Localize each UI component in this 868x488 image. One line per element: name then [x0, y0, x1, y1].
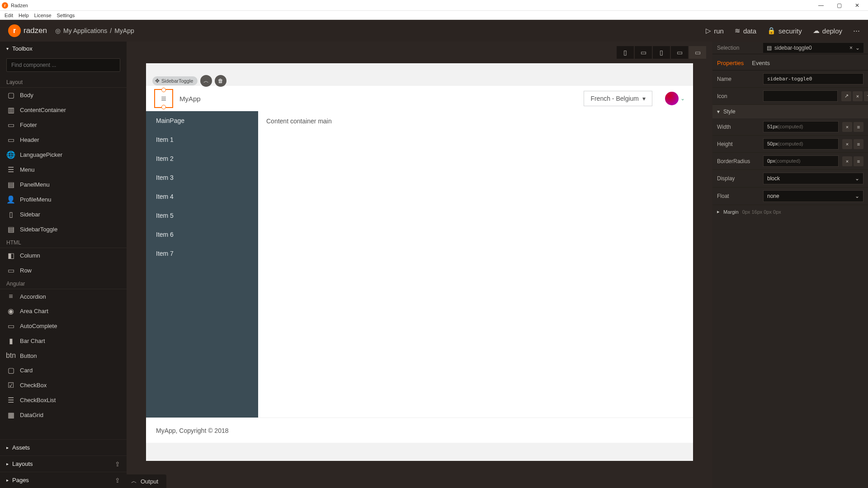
- hamburger-icon: ≡: [161, 94, 166, 104]
- window-maximize-button[interactable]: ▢: [830, 0, 848, 10]
- nav-item[interactable]: Item 5: [146, 206, 258, 225]
- prop-float-select[interactable]: none⌄: [763, 190, 863, 202]
- nav-item[interactable]: Item 6: [146, 225, 258, 244]
- window-minimize-button[interactable]: ―: [812, 0, 830, 10]
- prop-width-input[interactable]: 51px(computed): [763, 121, 839, 132]
- export-icon[interactable]: ⇪: [115, 477, 120, 484]
- tool-item-card[interactable]: ▢Card: [0, 363, 127, 378]
- more-button[interactable]: ⋯: [853, 27, 860, 35]
- nav-item[interactable]: Item 1: [146, 130, 258, 149]
- clear-icon-button[interactable]: ×: [853, 91, 863, 101]
- data-button[interactable]: ≋data: [735, 27, 756, 35]
- breadcrumb-root[interactable]: My Applications: [63, 27, 107, 34]
- search-input[interactable]: [6, 58, 120, 72]
- pages-section[interactable]: ▸Pages⇪: [0, 472, 127, 488]
- sidebar-toggle-component[interactable]: ≡: [154, 89, 173, 108]
- device-phone-button[interactable]: ▯: [617, 46, 634, 59]
- style-section-header[interactable]: ▾Style: [712, 105, 868, 118]
- assets-section[interactable]: ▸Assets: [0, 439, 127, 455]
- export-icon[interactable]: ⇪: [115, 460, 120, 468]
- component-icon: ▭: [6, 136, 15, 144]
- tool-item-column[interactable]: ◧Column: [0, 248, 127, 263]
- tool-item-checkboxlist[interactable]: ☰CheckBoxList: [0, 393, 127, 408]
- tool-item-row[interactable]: ▭Row: [0, 263, 127, 278]
- tool-item-body[interactable]: ▢Body: [0, 88, 127, 103]
- device-tablet-button[interactable]: ▯: [653, 46, 670, 59]
- tool-item-footer[interactable]: ▭Footer: [0, 117, 127, 132]
- delete-button[interactable]: 🗑: [215, 75, 226, 87]
- canvas-area: ▯ ▭ ▯ ▭ ▭ ✥SidebarToggle ︿ 🗑 ≡ MyApp: [127, 42, 712, 488]
- selection-badge[interactable]: ▤ sidebar-toggle0 × ⌄: [763, 43, 863, 53]
- tool-item-label: ProfileMenu: [20, 196, 51, 203]
- menu-edit[interactable]: Edit: [2, 13, 16, 18]
- prop-icon-label: Icon: [717, 93, 760, 99]
- run-button[interactable]: ▷run: [706, 27, 724, 35]
- tool-item-accordion[interactable]: ≡Accordion: [0, 289, 127, 304]
- device-tablet-land-button[interactable]: ▭: [671, 46, 688, 59]
- toolbox-header[interactable]: ▾Toolbox: [0, 42, 127, 56]
- tool-item-panelmenu[interactable]: ▤PanelMenu: [0, 177, 127, 192]
- tool-item-label: SidebarToggle: [20, 226, 57, 233]
- output-tab[interactable]: ︿Output: [127, 474, 166, 488]
- device-desktop-button[interactable]: ▭: [689, 46, 706, 59]
- clear-radius-button[interactable]: ×: [842, 156, 852, 166]
- component-icon: ☰: [6, 165, 15, 174]
- breadcrumb-current[interactable]: MyApp: [114, 27, 134, 34]
- tool-item-checkbox[interactable]: ☑CheckBox: [0, 378, 127, 393]
- margin-row[interactable]: ▸ Margin 0px 16px 0px 0px: [712, 205, 868, 218]
- clear-width-button[interactable]: ×: [842, 122, 852, 132]
- tool-item-sidebartoggle[interactable]: ▤SidebarToggle: [0, 222, 127, 237]
- tool-item-bar-chart[interactable]: ▮Bar Chart: [0, 333, 127, 348]
- tool-item-header[interactable]: ▭Header: [0, 132, 127, 147]
- tool-item-autocomplete[interactable]: ▭AutoComplete: [0, 319, 127, 333]
- security-button[interactable]: 🔒security: [767, 27, 802, 35]
- tool-item-profilemenu[interactable]: 👤ProfileMenu: [0, 192, 127, 207]
- chevron-down-icon[interactable]: ⌄: [680, 95, 685, 102]
- preview-page: ≡ MyApp French - Belgium▾ ⌄ MainPageItem…: [146, 86, 693, 443]
- component-icon: 🌐: [6, 150, 15, 159]
- design-canvas[interactable]: ✥SidebarToggle ︿ 🗑 ≡ MyApp French - Belg…: [146, 63, 693, 461]
- language-picker[interactable]: French - Belgium▾: [584, 91, 652, 106]
- prop-height-input[interactable]: 50px(computed): [763, 138, 839, 150]
- nav-item[interactable]: Item 4: [146, 187, 258, 206]
- chevron-down-icon[interactable]: ⌄: [855, 45, 860, 51]
- more-icon-button[interactable]: ⋯: [864, 91, 868, 101]
- deploy-button[interactable]: ☁deploy: [813, 27, 842, 35]
- unit-button[interactable]: ≡: [854, 156, 863, 166]
- tool-item-label: CheckBoxList: [20, 397, 56, 404]
- tab-properties[interactable]: Properties: [717, 57, 744, 70]
- avatar[interactable]: [665, 92, 679, 105]
- close-icon[interactable]: ×: [849, 45, 853, 51]
- tool-item-languagepicker[interactable]: 🌐LanguagePicker: [0, 147, 127, 162]
- layouts-section[interactable]: ▸Layouts⇪: [0, 455, 127, 472]
- clear-height-button[interactable]: ×: [842, 139, 852, 149]
- open-icon-picker-button[interactable]: ↗: [841, 91, 851, 101]
- nav-item[interactable]: MainPage: [146, 111, 258, 130]
- lock-icon: 🔒: [767, 27, 776, 35]
- tool-item-area-chart[interactable]: ◉Area Chart: [0, 304, 127, 319]
- menu-license[interactable]: License: [32, 13, 54, 18]
- unit-button[interactable]: ≡: [854, 122, 863, 132]
- nav-item[interactable]: Item 3: [146, 168, 258, 187]
- tool-item-contentcontainer[interactable]: ▥ContentContainer: [0, 103, 127, 117]
- tool-item-button[interactable]: btnButton: [0, 348, 127, 363]
- prop-display-select[interactable]: block⌄: [763, 173, 863, 184]
- window-close-button[interactable]: ✕: [848, 0, 866, 10]
- selection-chip[interactable]: ✥SidebarToggle: [152, 76, 198, 85]
- tool-item-datagrid[interactable]: ▦DataGrid: [0, 408, 127, 422]
- tool-item-sidebar[interactable]: ▯Sidebar: [0, 207, 127, 222]
- component-icon: btn: [6, 352, 15, 360]
- menu-help[interactable]: Help: [16, 13, 32, 18]
- prop-radius-input[interactable]: 0px(computed): [763, 155, 839, 167]
- prop-icon-input[interactable]: [763, 90, 838, 102]
- select-parent-button[interactable]: ︿: [200, 75, 212, 87]
- nav-item[interactable]: Item 2: [146, 149, 258, 168]
- tool-item-menu[interactable]: ☰Menu: [0, 162, 127, 177]
- unit-button[interactable]: ≡: [854, 139, 863, 149]
- menu-settings[interactable]: Settings: [54, 13, 78, 18]
- device-phone-land-button[interactable]: ▭: [635, 46, 652, 59]
- stack-icon: ≋: [735, 27, 741, 35]
- prop-name-input[interactable]: [763, 73, 863, 84]
- nav-item[interactable]: Item 7: [146, 244, 258, 263]
- tab-events[interactable]: Events: [752, 57, 770, 70]
